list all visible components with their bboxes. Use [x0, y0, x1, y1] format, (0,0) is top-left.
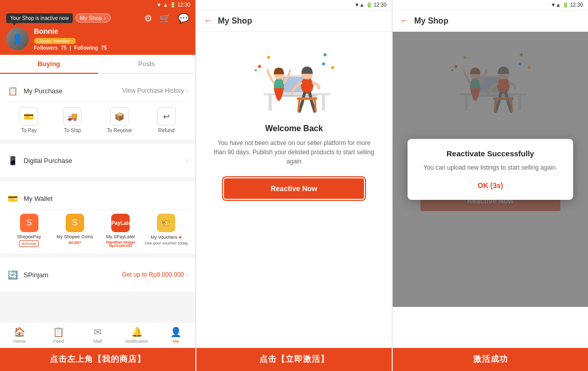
battery-icon: 🔋 — [170, 2, 176, 8]
spinjam-icon: 🔄 — [7, 269, 18, 280]
member-badge[interactable]: Classic Member › — [34, 38, 76, 44]
vouchers-label: My Vouchers ● — [151, 234, 182, 240]
spinjam-label: SPinjam — [24, 271, 117, 279]
reactive-now-button[interactable]: Reactive Now — [224, 178, 364, 199]
coins-item[interactable]: S My Shopee Coins 60,897 — [53, 214, 96, 248]
profile-name: Bonnie — [34, 27, 189, 35]
me-icon: 👤 — [170, 326, 181, 338]
welcome-desc: You have not been active on our seller p… — [207, 138, 381, 166]
shopee-pay-item[interactable]: S ShopeePay Activate — [7, 214, 51, 248]
activate-button[interactable]: Activate — [19, 240, 38, 247]
battery-icon-3: 🔋 — [562, 2, 569, 8]
welcome-illustration — [243, 42, 346, 124]
reactivate-modal: Reactivate Successfully You can upload n… — [408, 139, 574, 200]
nav-mall[interactable]: ✉ Mall — [78, 324, 117, 346]
my-wallet-label: My Wallet — [24, 195, 188, 202]
digital-icon: 📱 — [7, 155, 18, 166]
notification-icon: 🔔 — [131, 326, 143, 338]
wifi-icon-2: ▼▲ — [354, 2, 364, 8]
spaylater-item[interactable]: SPayLater My SPayLater Dapatkan hingga R… — [99, 214, 143, 248]
modal-ok-button[interactable]: OK (3s) — [418, 179, 563, 192]
status-bar-2: ▼▲ 🔋 12:30 — [196, 0, 392, 10]
digital-purchase-label: Digital Purchase — [24, 157, 181, 164]
spinjam-card: 🔄 SPinjam Get up to Rp9.000.000 › — [0, 258, 195, 292]
spaylater-label: My SPayLater — [106, 234, 135, 239]
time-display-1: 12:30 — [177, 2, 190, 8]
voucher-icon: 🎫 — [157, 214, 175, 232]
modal-overlay: Reactivate Successfully You can upload n… — [393, 32, 588, 307]
digital-purchase-card: 📱 Digital Purchase › — [0, 143, 195, 177]
to-pay-item[interactable]: 💳 To Pay — [19, 107, 38, 133]
wifi-icon: ▼ — [156, 2, 161, 8]
svg-point-6 — [301, 77, 313, 94]
nav-notification[interactable]: 🔔 Notification — [117, 324, 156, 346]
settings-icon[interactable]: ⚙ — [144, 13, 152, 24]
tabs-row: Buying Posts — [0, 55, 195, 74]
svg-rect-13 — [257, 65, 261, 68]
chevron-icon: › — [186, 87, 188, 94]
view-history[interactable]: View Purchase History › — [123, 87, 189, 94]
coins-value: 60,897 — [69, 240, 81, 245]
wallet-header-item[interactable]: 💳 My Wallet — [7, 188, 188, 210]
home-icon: 🏠 — [14, 326, 25, 338]
tab-buying[interactable]: Buying — [0, 55, 98, 74]
status-icons-3: ▼▲ 🔋 12:30 — [551, 2, 583, 8]
nav-me[interactable]: 👤 Me — [156, 324, 195, 346]
cart-icon[interactable]: 🛒 — [159, 13, 171, 24]
welcome-title: Welcome Back — [265, 124, 323, 133]
to-pay-icon: 💳 — [19, 107, 38, 126]
mall-icon: ✉ — [94, 326, 102, 338]
caption-1: 点击左上角【我的商店】 — [0, 348, 195, 371]
header-icons: ⚙ 🛒 💬 — [144, 13, 189, 24]
status-bar-1: ▼ ▲ 🔋 12:30 — [0, 0, 195, 10]
refund-item[interactable]: ↩ Refund — [157, 107, 176, 133]
my-purchase-item[interactable]: 📋 My Purchase View Purchase History › — [7, 80, 188, 102]
purchase-icon: 📋 — [7, 85, 18, 96]
screen-2: ▼▲ 🔋 12:30 ← My Shop — [196, 0, 392, 348]
back-button-2[interactable]: ← — [204, 15, 213, 26]
nav-feed[interactable]: 📋 Feed — [39, 324, 78, 346]
svg-point-15 — [331, 66, 334, 69]
shop-tag[interactable]: My Shop › — [75, 13, 111, 23]
feed-icon: 📋 — [53, 326, 64, 338]
spinjam-item[interactable]: 🔄 SPinjam Get up to Rp9.000.000 › — [7, 264, 188, 285]
followers-row: Followers 75 | Following 75 — [34, 45, 189, 51]
tab-posts[interactable]: Posts — [98, 55, 196, 73]
time-display-2: 12:30 — [374, 2, 387, 8]
profile-info: Bonnie Classic Member › Followers 75 | F… — [34, 27, 189, 51]
svg-point-16 — [255, 69, 257, 71]
inactive-tooltip: Your Shop is inactive now — [6, 13, 73, 23]
battery-icon-2: 🔋 — [366, 2, 372, 8]
modal-desc: You can upload new listings to start sel… — [418, 163, 563, 172]
menu-section: 📋 My Purchase View Purchase History › 💳 … — [0, 74, 195, 322]
chat-icon[interactable]: 💬 — [178, 13, 189, 24]
avatar-image: 👤 — [6, 28, 29, 50]
back-button-3[interactable]: ← — [400, 15, 409, 26]
screen-1: ▼ ▲ 🔋 12:30 Your Shop is inactive now My… — [0, 0, 195, 348]
wifi-icon-3: ▼▲ — [551, 2, 561, 8]
status-icons-2: ▼▲ 🔋 12:30 — [354, 2, 387, 8]
wallet-icons-row: S ShopeePay Activate S My Shopee Coins 6… — [7, 210, 188, 248]
vouchers-item[interactable]: 🎫 My Vouchers ● Use your voucher today — [145, 214, 188, 248]
screen3-title: My Shop — [414, 16, 449, 26]
my-purchase-label: My Purchase — [24, 87, 117, 95]
caption-3: 激活成功 — [393, 348, 588, 371]
spaylater-icon: SPayLater — [111, 214, 130, 232]
modal-title: Reactivate Successfully — [418, 149, 563, 158]
caption-2: 点击【立即激活】 — [196, 348, 392, 371]
digital-purchase-item[interactable]: 📱 Digital Purchase › — [7, 150, 188, 171]
captions-row: 点击左上角【我的商店】 点击【立即激活】 激活成功 — [0, 348, 588, 371]
my-purchase-card: 📋 My Purchase View Purchase History › 💳 … — [0, 74, 195, 139]
spinjam-chevron-icon: › — [186, 271, 188, 278]
avatar: 👤 — [6, 28, 29, 50]
nav-home[interactable]: 🏠 Home — [0, 324, 39, 346]
chevron-right-icon: › — [104, 15, 106, 21]
svg-rect-1 — [269, 95, 272, 111]
status-bar-3: ▼▲ 🔋 12:30 — [393, 0, 588, 10]
to-ship-item[interactable]: 🚚 To Ship — [63, 107, 82, 133]
to-receive-icon: 📦 — [110, 107, 129, 126]
to-receive-item[interactable]: 📦 To Receive — [107, 107, 132, 133]
spaylater-value: Dapatkan hingga Rp15.000.000 — [99, 240, 143, 248]
screen-3: ▼▲ 🔋 12:30 ← My Shop — [393, 0, 588, 348]
shopee-pay-icon: S — [20, 214, 38, 232]
